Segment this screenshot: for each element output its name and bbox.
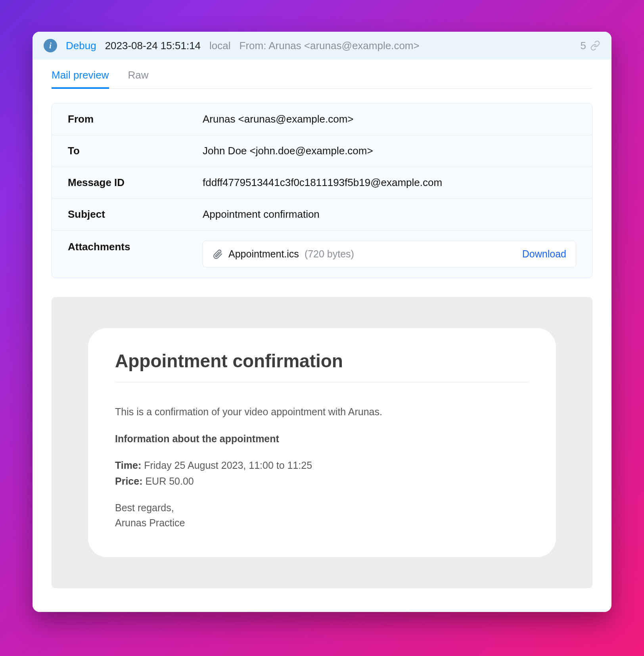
paperclip-icon: [213, 249, 223, 259]
attachment-size: (720 bytes): [305, 248, 354, 260]
row-message-id: Message ID fddff4779513441c3f0c1811193f5…: [52, 167, 592, 198]
message-count: 5: [581, 40, 586, 52]
info-icon: i: [44, 39, 57, 52]
row-subject: Subject Appointment confirmation: [52, 198, 592, 230]
tab-mail-preview[interactable]: Mail preview: [52, 69, 109, 88]
value-subject: Appointment confirmation: [203, 208, 320, 221]
value-to: John Doe <john.doe@example.com>: [203, 145, 373, 157]
label-message-id: Message ID: [68, 176, 203, 189]
meta-table: From Arunas <arunas@example.com> To John…: [52, 103, 592, 278]
email-content: This is a confirmation of your video app…: [115, 382, 529, 530]
attachment-name: Appointment.ics: [228, 248, 299, 260]
row-from: From Arunas <arunas@example.com>: [52, 104, 592, 135]
mail-preview-card: i Debug 2023-08-24 15:51:14 local From: …: [33, 32, 611, 612]
price-label: Price:: [115, 476, 142, 487]
info-heading: Information about the appointment: [115, 433, 279, 444]
scope-label: local: [209, 40, 230, 52]
debug-link[interactable]: Debug: [66, 40, 96, 52]
topbar: i Debug 2023-08-24 15:51:14 local From: …: [33, 32, 611, 59]
attachment-item: Appointment.ics (720 bytes) Download: [203, 241, 576, 267]
row-to: To John Doe <john.doe@example.com>: [52, 135, 592, 167]
email-title: Appointment confirmation: [115, 350, 529, 382]
email-intro: This is a confirmation of your video app…: [115, 405, 529, 420]
permalink-icon[interactable]: [590, 40, 600, 51]
value-message-id: fddff4779513441c3f0c1811193f5b19@example…: [203, 176, 442, 189]
label-subject: Subject: [68, 208, 203, 221]
price-value: EUR 50.00: [145, 476, 194, 487]
time-value: Friday 25 August 2023, 11:00 to 11:25: [144, 460, 312, 471]
from-summary: From: Arunas <arunas@example.com>: [240, 40, 420, 52]
label-attachments: Attachments: [68, 241, 203, 267]
signoff-line1: Best regards,: [115, 501, 529, 516]
tab-raw[interactable]: Raw: [128, 69, 149, 88]
label-from: From: [68, 113, 203, 125]
value-from: Arunas <arunas@example.com>: [203, 113, 353, 125]
signoff-line2: Arunas Practice: [115, 516, 529, 531]
row-attachments: Attachments Appointment.ics (720 bytes) …: [52, 230, 592, 278]
tabs: Mail preview Raw: [52, 59, 592, 89]
time-label: Time:: [115, 460, 141, 471]
label-to: To: [68, 145, 203, 157]
email-body: Appointment confirmation This is a confi…: [88, 328, 556, 557]
email-body-frame: Appointment confirmation This is a confi…: [52, 297, 592, 588]
download-button[interactable]: Download: [522, 248, 566, 260]
timestamp: 2023-08-24 15:51:14: [105, 40, 201, 52]
